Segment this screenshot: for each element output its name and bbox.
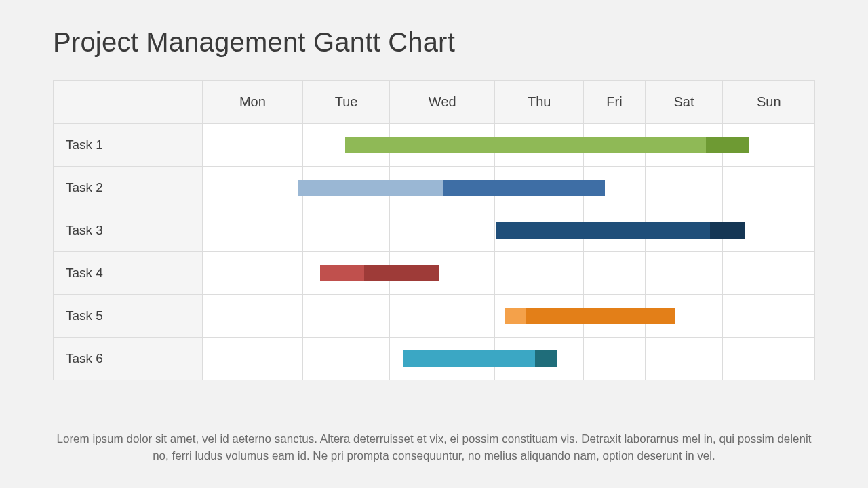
task-label: Task 4 [54, 252, 203, 295]
gantt-cell [203, 209, 303, 252]
day-header: Thu [495, 81, 584, 124]
gantt-cell [390, 124, 495, 167]
slide: Project Management Gantt Chart Mon Tue W… [0, 0, 868, 488]
gantt-cell [645, 295, 723, 338]
gantt-cell [203, 167, 303, 209]
day-header: Fri [584, 81, 645, 124]
gantt-cell [390, 252, 495, 295]
gantt-cell [723, 167, 815, 209]
gantt-cell [645, 124, 723, 167]
table-row: Task 4 [54, 252, 815, 295]
gantt-cell [645, 338, 723, 380]
table-row: Task 3 [54, 209, 815, 252]
gantt-cell [723, 252, 815, 295]
gantt-cell [723, 124, 815, 167]
gantt-cell [645, 209, 723, 252]
gantt-cell [495, 124, 584, 167]
gantt-table: Mon Tue Wed Thu Fri Sat Sun Task 1 Task … [53, 80, 815, 380]
task-label: Task 1 [54, 124, 203, 167]
day-header: Mon [203, 81, 303, 124]
gantt-cell [584, 124, 645, 167]
gantt-cell [302, 338, 390, 380]
footer-divider [0, 415, 868, 415]
table-row: Task 6 [54, 338, 815, 380]
gantt-cell [203, 295, 303, 338]
gantt-cell [723, 209, 815, 252]
gantt-cell [302, 209, 390, 252]
gantt-cell [390, 295, 495, 338]
gantt-cell [495, 209, 584, 252]
gantt-cell [302, 124, 390, 167]
gantt-cell [645, 167, 723, 209]
table-row: Task 1 [54, 124, 815, 167]
footer-text: Lorem ipsum dolor sit amet, vel id aeter… [53, 431, 815, 464]
gantt-cell [584, 252, 645, 295]
gantt-cell [302, 252, 390, 295]
gantt-cell [723, 295, 815, 338]
page-title: Project Management Gantt Chart [53, 27, 455, 58]
day-header: Sun [723, 81, 815, 124]
table-row: Task 5 [54, 295, 815, 338]
gantt-cell [390, 338, 495, 380]
task-label: Task 3 [54, 209, 203, 252]
gantt-cell [390, 167, 495, 209]
gantt-cell [203, 338, 303, 380]
gantt-cell [584, 167, 645, 209]
gantt-cell [584, 338, 645, 380]
gantt-cell [203, 252, 303, 295]
gantt-chart: Mon Tue Wed Thu Fri Sat Sun Task 1 Task … [53, 80, 815, 380]
day-header: Wed [390, 81, 495, 124]
gantt-cell [302, 295, 390, 338]
gantt-cell [302, 167, 390, 209]
gantt-cell [495, 338, 584, 380]
gantt-cell [584, 295, 645, 338]
task-label: Task 6 [54, 338, 203, 380]
gantt-cell [495, 252, 584, 295]
gantt-cell [495, 167, 584, 209]
gantt-cell [723, 338, 815, 380]
day-header: Tue [302, 81, 390, 124]
gantt-cell [390, 209, 495, 252]
gantt-cell [203, 124, 303, 167]
gantt-header-row: Mon Tue Wed Thu Fri Sat Sun [54, 81, 815, 124]
gantt-cell [584, 209, 645, 252]
day-header: Sat [645, 81, 723, 124]
gantt-corner-cell [54, 81, 203, 124]
gantt-cell [495, 295, 584, 338]
gantt-cell [645, 252, 723, 295]
task-label: Task 2 [54, 167, 203, 209]
table-row: Task 2 [54, 167, 815, 209]
task-label: Task 5 [54, 295, 203, 338]
